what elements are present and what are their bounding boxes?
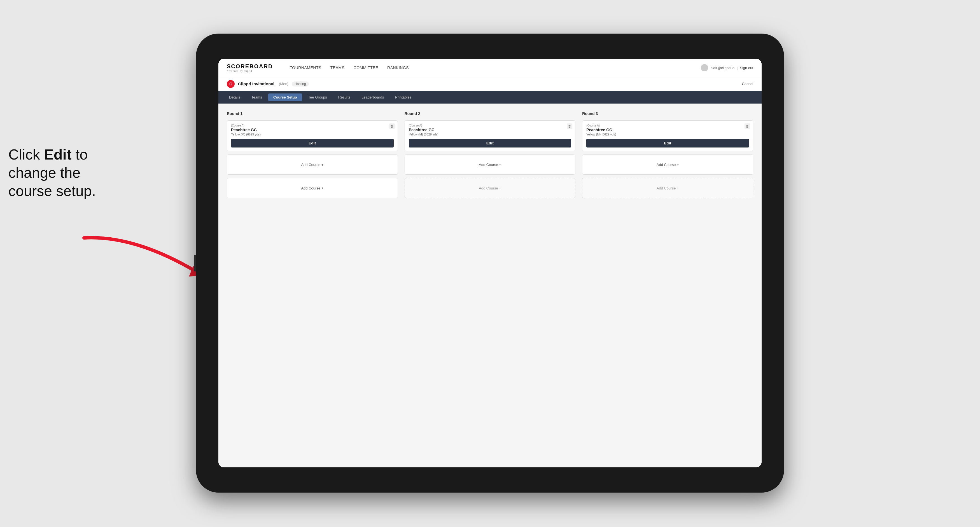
tablet-screen: SCOREBOARD Powered by clippd TOURNAMENTS… <box>218 59 762 467</box>
round-2-delete-icon[interactable]: 🗑 <box>567 124 572 129</box>
round-3-add-course-label-1: Add Course + <box>657 163 679 167</box>
tournament-name: Clippd Invitational <box>238 81 274 86</box>
rounds-grid: Round 1 (Course A) Peachtree GC Yellow (… <box>227 111 753 198</box>
nav-links: TOURNAMENTS TEAMS COMMITTEE RANKINGS <box>290 65 690 70</box>
round-1-course-card: (Course A) Peachtree GC Yellow (M) (6629… <box>227 121 398 151</box>
round-1-course-details: Yellow (M) (6629 yds) <box>231 133 394 136</box>
round-2-column: Round 2 (Course A) Peachtree GC Yellow (… <box>405 111 576 198</box>
round-1-add-course-1[interactable]: Add Course + <box>227 154 398 175</box>
round-3-delete-icon[interactable]: 🗑 <box>745 124 750 129</box>
tab-tee-groups[interactable]: Tee Groups <box>303 94 332 101</box>
round-2-course-card: (Course A) Peachtree GC Yellow (M) (6629… <box>405 121 576 151</box>
round-1-column: Round 1 (Course A) Peachtree GC Yellow (… <box>227 111 398 198</box>
tournament-gender: (Men) <box>279 82 288 86</box>
round-3-add-course-2: Add Course + <box>582 178 753 198</box>
tab-course-setup[interactable]: Course Setup <box>268 94 302 101</box>
round-3-column: Round 3 (Course A) Peachtree GC Yellow (… <box>582 111 753 198</box>
round-1-title: Round 1 <box>227 111 398 116</box>
round-3-course-label: (Course A) <box>586 124 749 127</box>
round-3-course-details: Yellow (M) (6629 yds) <box>586 133 749 136</box>
nav-separator: | <box>737 66 738 70</box>
nav-committee[interactable]: COMMITTEE <box>354 65 379 70</box>
edit-bold: Edit <box>44 146 72 163</box>
round-2-add-course-1[interactable]: Add Course + <box>405 154 576 175</box>
main-content: Round 1 (Course A) Peachtree GC Yellow (… <box>218 103 762 467</box>
sign-out-link[interactable]: Sign out <box>740 66 753 70</box>
round-1-add-course-label-2: Add Course + <box>301 186 323 190</box>
round-2-edit-button[interactable]: Edit <box>409 139 571 148</box>
top-nav: SCOREBOARD Powered by clippd TOURNAMENTS… <box>218 59 762 77</box>
instruction-text: Click Edit tochange thecourse setup. <box>8 146 126 200</box>
tabs-bar: Details Teams Course Setup Tee Groups Re… <box>218 91 762 103</box>
round-1-course-label: (Course A) <box>231 124 394 127</box>
round-2-course-name: Peachtree GC <box>409 128 571 132</box>
nav-right: blair@clippd.io | Sign out <box>701 64 753 71</box>
round-1-add-course-label-1: Add Course + <box>301 163 323 167</box>
logo-sub-text: Powered by clippd <box>227 70 273 73</box>
tournament-header: C Clippd Invitational (Men) Hosting Canc… <box>218 77 762 91</box>
round-3-add-course-label-2: Add Course + <box>657 186 679 190</box>
nav-teams[interactable]: TEAMS <box>330 65 345 70</box>
round-2-course-details: Yellow (M) (6629 yds) <box>409 133 571 136</box>
tablet-frame: SCOREBOARD Powered by clippd TOURNAMENTS… <box>196 33 784 492</box>
round-1-edit-button[interactable]: Edit <box>231 139 394 148</box>
logo-main-text: SCOREBOARD <box>227 63 273 70</box>
round-3-add-course-1[interactable]: Add Course + <box>582 154 753 175</box>
round-3-course-name: Peachtree GC <box>586 128 749 132</box>
round-2-add-course-label-1: Add Course + <box>479 163 501 167</box>
user-email: blair@clippd.io <box>710 66 734 70</box>
nav-rankings[interactable]: RANKINGS <box>387 65 409 70</box>
tournament-logo: C <box>227 80 235 88</box>
tab-teams[interactable]: Teams <box>247 94 267 101</box>
round-1-delete-icon[interactable]: 🗑 <box>389 124 395 129</box>
tablet-side-button <box>194 255 196 271</box>
round-3-edit-button[interactable]: Edit <box>586 139 749 148</box>
round-2-course-label: (Course A) <box>409 124 571 127</box>
tab-results[interactable]: Results <box>333 94 355 101</box>
cancel-button[interactable]: Cancel <box>742 82 753 86</box>
round-3-title: Round 3 <box>582 111 753 116</box>
hosting-badge: Hosting <box>292 81 309 86</box>
round-2-add-course-label-2: Add Course + <box>479 186 501 190</box>
round-1-course-name: Peachtree GC <box>231 128 394 132</box>
tournament-logo-letter: C <box>229 82 232 86</box>
tab-printables[interactable]: Printables <box>390 94 416 101</box>
tab-leaderboards[interactable]: Leaderboards <box>356 94 389 101</box>
round-3-course-card: (Course A) Peachtree GC Yellow (M) (6629… <box>582 121 753 151</box>
user-avatar <box>701 64 708 71</box>
round-1-add-course-2[interactable]: Add Course + <box>227 178 398 198</box>
tab-details[interactable]: Details <box>224 94 245 101</box>
round-2-add-course-2: Add Course + <box>405 178 576 198</box>
scoreboard-logo: SCOREBOARD Powered by clippd <box>227 63 273 73</box>
round-2-title: Round 2 <box>405 111 576 116</box>
nav-tournaments[interactable]: TOURNAMENTS <box>290 65 321 70</box>
